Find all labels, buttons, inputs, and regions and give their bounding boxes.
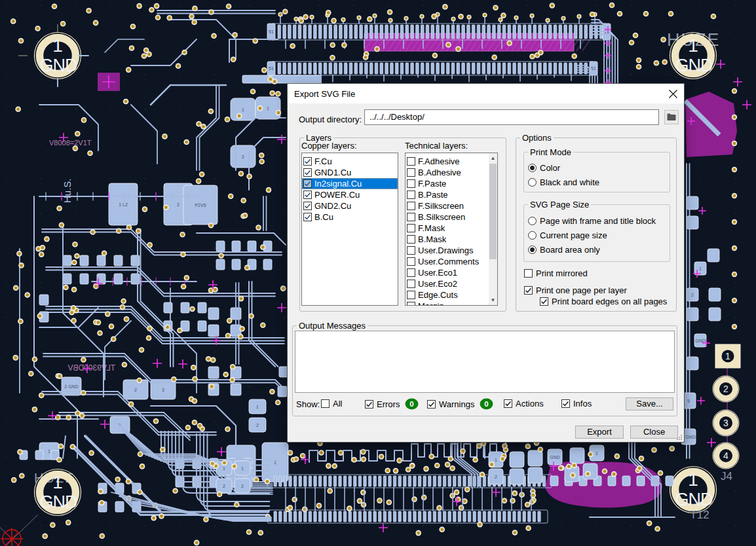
svg-text:51: 51 — [269, 66, 274, 71]
svg-text:GND: GND — [550, 455, 560, 460]
svg-text:1: 1 — [52, 472, 63, 492]
svg-text:1: 1 — [699, 266, 702, 271]
svg-text:1: 1 — [242, 107, 244, 112]
svg-text:2: 2 — [134, 388, 137, 392]
svg-text:1: 1 — [241, 466, 244, 471]
svg-text:GND: GND — [40, 492, 78, 512]
svg-text:1: 1 — [256, 405, 259, 409]
svg-text:1: 1 — [274, 460, 276, 465]
svg-text:GND: GND — [675, 490, 713, 509]
svg-text:1: 1 — [52, 35, 63, 56]
svg-text:1: 1 — [267, 106, 269, 111]
svg-text:0: 0 — [484, 400, 488, 408]
svg-text:1 L2: 1 L2 — [119, 202, 128, 207]
svg-text:2 GND: 2 GND — [64, 384, 78, 389]
svg-text:Hu.S.: Hu.S. — [62, 178, 73, 203]
svg-text:2: 2 — [242, 155, 244, 159]
svg-text:1: 1 — [725, 351, 730, 361]
svg-text:1: 1 — [495, 458, 497, 462]
svg-text:3: 3 — [723, 418, 728, 428]
svg-text:1: 1 — [688, 35, 698, 56]
svg-text:2: 2 — [241, 484, 244, 488]
svg-text:2: 2 — [256, 423, 259, 428]
svg-text:P2V5: P2V5 — [195, 203, 206, 208]
svg-text:1: 1 — [223, 466, 225, 471]
svg-text:2: 2 — [723, 384, 728, 394]
svg-text:5: 5 — [687, 399, 690, 403]
svg-text:T12: T12 — [690, 509, 709, 521]
svg-text:2: 2 — [177, 202, 180, 207]
svg-text:GND: GND — [675, 56, 713, 75]
svg-text:GND: GND — [40, 56, 78, 75]
svg-text:3: 3 — [162, 388, 164, 392]
svg-text:2: 2 — [223, 484, 225, 488]
svg-text:0: 0 — [409, 400, 413, 408]
svg-text:4: 4 — [723, 450, 728, 461]
svg-text:J4: J4 — [721, 470, 732, 482]
svg-text:1: 1 — [595, 451, 598, 456]
svg-text:1: 1 — [688, 469, 698, 490]
svg-text:V8008=2V1T: V8008=2V1T — [49, 139, 92, 147]
svg-text:2: 2 — [495, 475, 497, 479]
svg-text:2: 2 — [691, 293, 694, 297]
svg-text:51: 51 — [269, 29, 274, 34]
svg-text:TLV9300DBV: TLV9300DBV — [68, 363, 116, 373]
svg-text:GND: GND — [695, 338, 706, 343]
svg-text:1: 1 — [48, 449, 50, 454]
